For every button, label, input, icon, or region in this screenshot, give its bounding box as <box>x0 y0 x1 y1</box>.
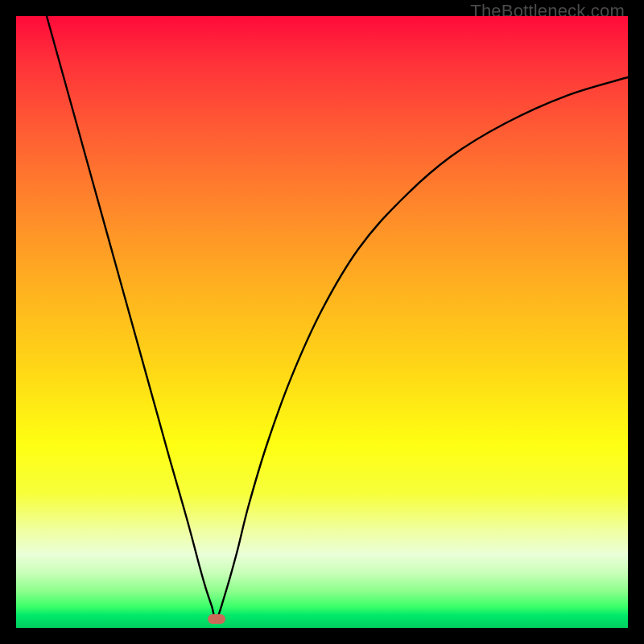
plot-border <box>16 16 628 628</box>
curve-layer <box>16 16 628 628</box>
bottleneck-curve <box>47 16 628 620</box>
chart-frame: TheBottleneck.com <box>0 0 644 644</box>
optimum-marker <box>208 614 225 624</box>
